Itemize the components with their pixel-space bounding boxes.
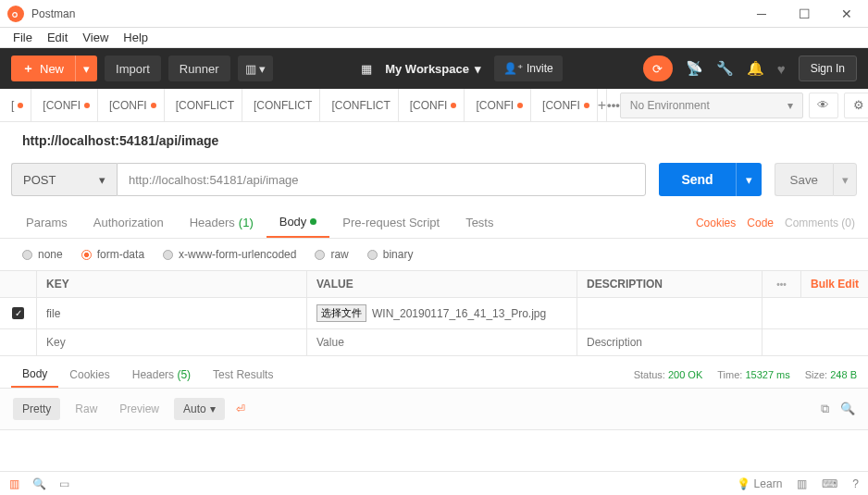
response-tabs: Body Cookies Headers (5) Test Results St…: [0, 356, 868, 388]
find-icon[interactable]: 🔍: [32, 477, 46, 490]
comments-link[interactable]: Comments (0): [785, 217, 855, 229]
tab-prerequest[interactable]: Pre-request Script: [329, 207, 453, 238]
value-input[interactable]: [316, 336, 567, 349]
wrap-lines-button[interactable]: ⏎: [232, 399, 249, 419]
new-label: New: [40, 62, 64, 76]
tab-params[interactable]: Params: [13, 207, 81, 238]
code-link[interactable]: Code: [747, 217, 774, 229]
radio-binary[interactable]: binary: [367, 248, 414, 261]
invite-icon: 👤⁺: [503, 62, 523, 75]
request-title: http://localhost:54181/api/image: [0, 122, 868, 155]
tab-item[interactable]: [CONFI: [465, 89, 531, 121]
chevron-down-icon: ▾: [210, 402, 216, 415]
environment-preview-button[interactable]: 👁: [809, 93, 838, 118]
tab-item[interactable]: [CONFI: [31, 89, 98, 121]
tab-item[interactable]: [CONFLICT: [165, 89, 242, 121]
radio-raw[interactable]: raw: [315, 248, 348, 261]
method-dropdown[interactable]: POST ▾: [11, 163, 117, 196]
resp-tab-headers[interactable]: Headers (5): [121, 363, 202, 387]
tab-item[interactable]: [CONFLICT: [320, 89, 398, 121]
save-button[interactable]: Save: [775, 163, 833, 196]
kv-options-button[interactable]: •••: [763, 271, 801, 297]
send-dropdown[interactable]: ▾: [736, 163, 762, 196]
tab-headers[interactable]: Headers (1): [177, 207, 267, 238]
bell-icon[interactable]: 🔔: [747, 60, 764, 77]
workspace-dropdown[interactable]: My Workspace ▾: [385, 62, 481, 76]
preview-button[interactable]: Preview: [112, 398, 167, 420]
tab-item[interactable]: [: [0, 89, 31, 121]
menu-view[interactable]: View: [75, 31, 116, 44]
response-view-toolbar: Pretty Raw Preview Auto▾ ⏎ ⧉ 🔍: [0, 388, 868, 430]
signin-button[interactable]: Sign In: [799, 56, 857, 81]
radio-form-data[interactable]: form-data: [81, 248, 144, 261]
invite-button[interactable]: 👤⁺ Invite: [494, 56, 563, 81]
panes-icon[interactable]: ▥: [797, 477, 807, 490]
key-input[interactable]: [46, 336, 297, 349]
description-input[interactable]: [587, 336, 752, 349]
menu-edit[interactable]: Edit: [40, 31, 75, 44]
tab-authorization[interactable]: Authorization: [81, 207, 177, 238]
satellite-icon[interactable]: 📡: [686, 60, 703, 77]
environment-dropdown[interactable]: No Environment ▾: [620, 93, 803, 118]
heart-icon[interactable]: ♥: [777, 61, 786, 77]
tab-item[interactable]: [CONFLICT: [242, 89, 320, 121]
menu-help[interactable]: Help: [116, 31, 155, 44]
row-checkbox[interactable]: ✓: [12, 307, 24, 319]
method-label: POST: [23, 173, 56, 187]
radio-urlencoded[interactable]: x-www-form-urlencoded: [163, 248, 296, 261]
help-icon[interactable]: ?: [852, 477, 859, 490]
search-icon[interactable]: 🔍: [840, 402, 855, 416]
minimize-button[interactable]: ─: [740, 0, 783, 28]
environment-label: No Environment: [630, 99, 710, 112]
auto-dropdown[interactable]: Auto▾: [174, 398, 225, 420]
bootcamp-button[interactable]: 💡 Learn: [737, 477, 782, 490]
resp-tab-cookies[interactable]: Cookies: [58, 363, 120, 387]
resp-tab-body[interactable]: Body: [11, 362, 58, 388]
title-bar: Postman ─ ☐ ✕: [0, 0, 868, 28]
resp-tab-test-results[interactable]: Test Results: [202, 363, 284, 387]
sync-icon: ⟳: [652, 62, 663, 76]
bulk-edit-button[interactable]: Bulk Edit: [801, 271, 868, 297]
menu-file[interactable]: File: [6, 31, 40, 44]
raw-button[interactable]: Raw: [68, 398, 105, 420]
tab-item[interactable]: [CONFI: [98, 89, 165, 121]
environment-settings-button[interactable]: ⚙: [844, 93, 868, 118]
col-value: VALUE: [307, 271, 577, 297]
tab-add-button[interactable]: +: [598, 89, 607, 121]
keyboard-shortcut-icon[interactable]: ⌨: [822, 477, 837, 490]
row-key[interactable]: file: [46, 307, 60, 320]
send-button[interactable]: Send: [659, 163, 735, 196]
copy-icon[interactable]: ⧉: [821, 402, 829, 416]
file-name: WIN_20190117_16_41_13_Pro.jpg: [372, 307, 546, 320]
body-type-row: none form-data x-www-form-urlencoded raw…: [0, 239, 868, 271]
tab-tests[interactable]: Tests: [453, 207, 506, 238]
console-icon[interactable]: ▭: [59, 477, 69, 490]
radio-none[interactable]: none: [22, 248, 63, 261]
plus-icon: ＋: [22, 60, 34, 77]
window-title: Postman: [31, 7, 75, 20]
tab-item[interactable]: [CONFI: [531, 89, 598, 121]
new-dropdown[interactable]: ▾: [75, 56, 97, 81]
window-toggle-button[interactable]: ▥ ▾: [238, 56, 274, 81]
chevron-down-icon: ▾: [99, 173, 105, 187]
tab-item[interactable]: [CONFI: [399, 89, 465, 121]
import-button[interactable]: Import: [105, 56, 161, 81]
sidebar-toggle-icon[interactable]: ▥: [9, 477, 19, 490]
file-select-button[interactable]: 选择文件: [316, 304, 366, 322]
kv-row: ✓ file 选择文件 WIN_20190117_16_41_13_Pro.jp…: [0, 298, 868, 329]
wrench-icon[interactable]: 🔧: [716, 60, 734, 77]
menu-bar: File Edit View Help: [0, 28, 868, 48]
chevron-down-icon: ▾: [475, 62, 481, 76]
cookies-link[interactable]: Cookies: [696, 217, 736, 229]
sync-button[interactable]: ⟳: [643, 56, 673, 81]
pretty-button[interactable]: Pretty: [13, 398, 60, 420]
save-dropdown[interactable]: ▾: [833, 163, 857, 196]
new-button[interactable]: ＋ New: [11, 56, 75, 81]
url-input[interactable]: [117, 163, 646, 196]
size-value: 248 B: [830, 369, 857, 380]
maximize-button[interactable]: ☐: [783, 0, 825, 28]
runner-button[interactable]: Runner: [168, 56, 230, 81]
close-button[interactable]: ✕: [825, 0, 868, 28]
tab-overflow-button[interactable]: •••: [607, 89, 620, 121]
tab-body[interactable]: Body: [267, 207, 330, 238]
